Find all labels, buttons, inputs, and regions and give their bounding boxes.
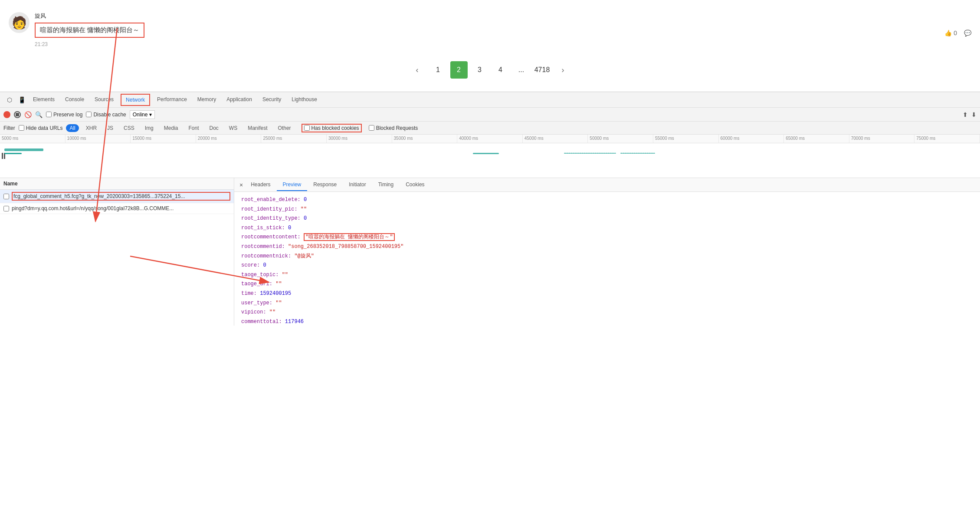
json-row-root-identity-pic: root_identity_pic: "": [241, 205, 973, 214]
throttle-select[interactable]: Online ▾: [130, 110, 155, 119]
json-row-commenttotal: commenttotal: 117946: [241, 317, 973, 326]
chevron-down-icon: ▾: [149, 112, 152, 118]
import-button[interactable]: ⬆: [963, 111, 968, 118]
hide-data-urls-label[interactable]: Hide data URLs: [19, 125, 63, 131]
page-2-button[interactable]: 2: [450, 61, 468, 79]
tab-memory[interactable]: Memory: [192, 92, 221, 108]
file-item-1[interactable]: fcg_global_comment_h5.fcg?g_tk_new_20200…: [0, 190, 234, 203]
filter-label: Filter: [3, 125, 15, 131]
file-item-1-name: fcg_global_comment_h5.fcg?g_tk_new_20200…: [12, 192, 230, 201]
filter-icon[interactable]: 🚫: [24, 111, 32, 118]
json-row-user-type: user_type: "": [241, 299, 973, 308]
json-row-root-enable-delete: root_enable_delete: 0: [241, 195, 973, 205]
filter-media-button[interactable]: Media: [161, 124, 182, 132]
tab-lighthouse[interactable]: Lighthouse: [286, 92, 322, 108]
preserve-log-checkbox[interactable]: [46, 112, 52, 117]
json-row-vipicon: vipicon: "": [241, 308, 973, 317]
comment-text-box: 喧嚣的海报躺在 慵懒的阁楼阳台～: [35, 23, 144, 38]
detail-tab-response[interactable]: Response: [307, 179, 343, 191]
tab-console[interactable]: Console: [60, 92, 89, 108]
comment-body: 旋风 喧嚣的海报躺在 慵懒的阁楼阳台～ 21:23: [35, 12, 944, 47]
disable-cache-label[interactable]: Disable cache: [86, 112, 126, 118]
json-row-taoge-topic: taoge_topic: "": [241, 271, 973, 280]
prev-page-button[interactable]: ‹: [409, 61, 426, 79]
detail-tab-headers[interactable]: Headers: [245, 179, 276, 191]
pagination: ‹ 1 2 3 4 ... 4718 ›: [0, 53, 980, 92]
cursor-icon[interactable]: ⬡: [3, 94, 16, 106]
tab-application[interactable]: Application: [221, 92, 257, 108]
next-page-button[interactable]: ›: [554, 61, 572, 79]
device-icon[interactable]: 📱: [16, 94, 28, 106]
comment-text: 喧嚣的海报躺在 慵懒的阁楼阳台～: [40, 26, 139, 33]
disable-cache-checkbox[interactable]: [86, 112, 92, 117]
json-row-root-is-stick: root_is_stick: 0: [241, 224, 973, 233]
detail-tab-cookies[interactable]: Cookies: [400, 179, 430, 191]
file-list-header: Name: [0, 178, 234, 190]
page-1-button[interactable]: 1: [429, 61, 447, 79]
detail-tab-preview[interactable]: Preview: [277, 179, 308, 191]
chat-icon: 💬: [964, 30, 971, 36]
split-view: Name fcg_global_comment_h5.fcg?g_tk_new_…: [0, 178, 980, 326]
has-blocked-cookies-group: Has blocked cookies: [302, 124, 362, 132]
blocked-requests-group: Blocked Requests: [369, 125, 418, 131]
network-toolbar: 🚫 🔍 Preserve log Disable cache Online ▾ …: [0, 108, 980, 122]
like-count: 0: [954, 30, 957, 36]
stop-button[interactable]: [14, 111, 21, 118]
json-row-time: time: 1592400195: [241, 289, 973, 299]
record-button[interactable]: [3, 111, 10, 118]
page-3-button[interactable]: 3: [471, 61, 488, 79]
json-row-score: score: 0: [241, 261, 973, 271]
json-row-rootcommentnick: rootcommentnick: "@旋风": [241, 252, 973, 261]
tab-sources[interactable]: Sources: [89, 92, 119, 108]
devtools: ⬡ 📱 Elements Console Sources Network Per…: [0, 92, 980, 326]
timeline-bar-4: [564, 153, 616, 154]
file-item-1-checkbox[interactable]: [3, 194, 9, 199]
has-blocked-cookies-label: Has blocked cookies: [311, 125, 359, 131]
has-blocked-cookies-checkbox[interactable]: [304, 125, 310, 131]
like-button[interactable]: 👍 0: [944, 30, 957, 36]
hide-data-urls-checkbox[interactable]: [19, 125, 24, 131]
preserve-log-label[interactable]: Preserve log: [46, 112, 82, 118]
page-last-button[interactable]: 4718: [534, 61, 551, 79]
filter-doc-button[interactable]: Doc: [206, 124, 222, 132]
comment-time: 21:23: [35, 41, 944, 47]
detail-tab-timing[interactable]: Timing: [372, 179, 400, 191]
tab-performance[interactable]: Performance: [152, 92, 192, 108]
json-row-taoge-url: taoge_url: "": [241, 280, 973, 289]
detail-tab-initiator[interactable]: Initiator: [343, 179, 372, 191]
timeline-bars: [0, 143, 980, 178]
json-row-root-identity-type: root_identity_type: 0: [241, 214, 973, 224]
page-4-button[interactable]: 4: [492, 61, 509, 79]
filter-all-button[interactable]: All: [66, 124, 79, 132]
search-icon[interactable]: 🔍: [35, 111, 43, 118]
tab-network[interactable]: Network: [121, 94, 150, 106]
filter-ws-button[interactable]: WS: [226, 124, 241, 132]
tab-security[interactable]: Security: [257, 92, 286, 108]
timeline: 5000 ms 10000 ms 15000 ms 20000 ms 25000…: [0, 135, 980, 178]
filter-css-button[interactable]: CSS: [120, 124, 138, 132]
filter-font-button[interactable]: Font: [185, 124, 202, 132]
filter-js-button[interactable]: JS: [104, 124, 117, 132]
detail-panel: × Headers Preview Response Initiator Tim…: [234, 178, 980, 326]
filter-xhr-button[interactable]: XHR: [82, 124, 100, 132]
blocked-requests-checkbox[interactable]: [369, 125, 374, 131]
comment-actions: 👍 0 💬: [944, 12, 971, 36]
devtools-tab-bar: ⬡ 📱 Elements Console Sources Network Per…: [0, 92, 980, 108]
filter-img-button[interactable]: Img: [141, 124, 157, 132]
comment-item: 🧑 旋风 喧嚣的海报躺在 慵懒的阁楼阳台～ 21:23 👍 0 💬: [9, 7, 971, 53]
filter-manifest-button[interactable]: Manifest: [244, 124, 271, 132]
timeline-bar-1: [4, 148, 43, 151]
tab-elements[interactable]: Elements: [28, 92, 60, 108]
file-item-2-checkbox[interactable]: [3, 206, 9, 211]
export-button[interactable]: ⬇: [971, 111, 977, 118]
avatar: 🧑: [9, 12, 29, 33]
file-item-2-name: pingd?dm=y.qq.com.hot&url=/n/yqq/song/00…: [12, 205, 230, 211]
close-detail-button[interactable]: ×: [238, 180, 245, 190]
timeline-bar-5: [620, 153, 655, 154]
top-content: 🧑 旋风 喧嚣的海报躺在 慵懒的阁楼阳台～ 21:23 👍 0 💬: [0, 0, 980, 53]
filter-other-button[interactable]: Other: [275, 124, 295, 132]
thumb-up-icon: 👍: [944, 30, 952, 36]
file-item-2[interactable]: pingd?dm=y.qq.com.hot&url=/n/yqq/song/00…: [0, 203, 234, 214]
timeline-bar-3: [473, 153, 499, 154]
comment-button[interactable]: 💬: [964, 30, 971, 36]
